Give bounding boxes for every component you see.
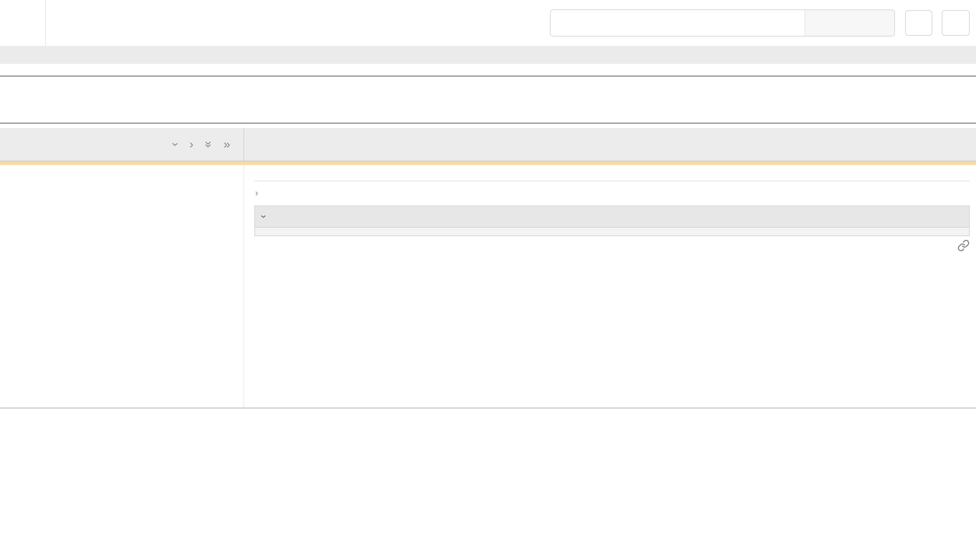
keyboard-shortcuts-button[interactable] <box>905 10 932 36</box>
link-icon[interactable] <box>957 239 970 252</box>
grid-header: › › » » <box>0 128 976 162</box>
chevron-right-icon: › <box>255 188 258 198</box>
span-detail-row: › › <box>0 165 976 409</box>
collapse-one-icon[interactable]: › <box>174 137 178 151</box>
tags-row[interactable]: › <box>254 181 970 205</box>
back-button[interactable] <box>0 0 46 46</box>
top-bar <box>0 0 976 46</box>
logs-section: › <box>254 205 970 236</box>
logs-header[interactable]: › <box>255 206 969 228</box>
expand-one-icon[interactable]: › <box>189 137 193 151</box>
trace-view-select[interactable] <box>942 10 970 36</box>
span-detail-panel: › › <box>243 165 976 407</box>
trace-timeline-page: › › » » › <box>0 0 976 560</box>
collapse-all-icon[interactable]: » <box>205 137 212 151</box>
service-operation-header: › › » » <box>0 128 243 161</box>
span-rows: › › <box>0 162 976 409</box>
tree-controls: › › » » <box>174 137 230 151</box>
trace-summary-bar <box>0 46 976 64</box>
minimap-axis-labels <box>0 64 976 75</box>
find-input[interactable] <box>551 10 805 36</box>
timeline-ruler <box>243 128 976 161</box>
span-id-row <box>254 239 970 252</box>
expand-all-icon[interactable]: » <box>224 137 230 151</box>
minimap-canvas[interactable] <box>0 75 976 124</box>
span-detail-indent-gutter <box>0 165 243 407</box>
find-box <box>550 9 895 37</box>
header-controls <box>550 9 970 37</box>
selected-span-accent-stripe <box>0 162 976 165</box>
logs-footer-note <box>255 228 969 235</box>
find-actions <box>805 10 894 36</box>
chevron-down-icon: › <box>262 211 265 222</box>
